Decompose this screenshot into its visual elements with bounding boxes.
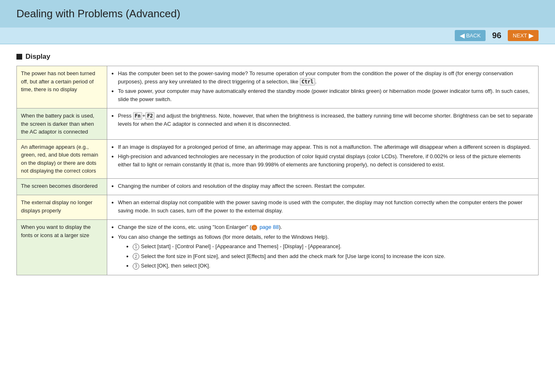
problem-cell: The power has not been turned off, but a… bbox=[17, 66, 107, 108]
content-area: Display The power has not been turned of… bbox=[0, 44, 555, 292]
table-row: An afterimage appears (e.g., green, red,… bbox=[17, 139, 539, 178]
list-item: High-precision and advanced technologies… bbox=[111, 152, 534, 168]
list-item: Change the size of the icons, etc. using… bbox=[111, 223, 534, 231]
table-row: The power has not been turned off, but a… bbox=[17, 66, 539, 108]
solution-cell: When an external display not compatible … bbox=[107, 195, 539, 220]
step-3-icon: 3 bbox=[133, 263, 139, 270]
problem-cell: The external display no longer displays … bbox=[17, 195, 107, 220]
list-item: When an external display not compatible … bbox=[111, 198, 534, 214]
table-row: When you want to display the fonts or ic… bbox=[17, 220, 539, 275]
problem-cell: When the battery pack is used, the scree… bbox=[17, 108, 107, 140]
list-item: Changing the number of colors and resolu… bbox=[111, 182, 534, 190]
arrow-left-icon: ◀ bbox=[460, 32, 465, 39]
solution-cell: Change the size of the icons, etc. using… bbox=[107, 220, 539, 275]
arrow-circle-icon: → bbox=[251, 225, 257, 231]
kbd-fn-f2: Fn bbox=[133, 112, 142, 120]
step-2-icon: 2 bbox=[133, 253, 139, 260]
arrow-right-icon: ▶ bbox=[529, 32, 534, 39]
sub-step-1: 1Select [start] - [Control Panel] - [App… bbox=[126, 242, 534, 251]
section-title: Display bbox=[25, 53, 50, 61]
solution-cell: Changing the number of colors and resolu… bbox=[107, 178, 539, 195]
solution-cell: If an image is displayed for a prolonged… bbox=[107, 139, 539, 178]
solution-cell: Has the computer been set to the power-s… bbox=[107, 66, 539, 108]
list-item: Has the computer been set to the power-s… bbox=[111, 69, 534, 85]
header-bar: Dealing with Problems (Advanced) bbox=[0, 0, 555, 28]
page-title: Dealing with Problems (Advanced) bbox=[16, 7, 539, 20]
problem-cell: The screen becomes disordered bbox=[17, 178, 107, 195]
kbd-ctrl: Ctrl bbox=[300, 78, 315, 85]
list-item: Press Fn+F2 and adjust the brightness. N… bbox=[111, 112, 534, 128]
solution-cell: Press Fn+F2 and adjust the brightness. N… bbox=[107, 108, 539, 140]
page-number: 96 bbox=[492, 31, 501, 40]
nav-bar: ◀ BACK 96 NEXT ▶ bbox=[0, 28, 555, 44]
step-1-icon: 1 bbox=[133, 244, 139, 250]
list-item: If an image is displayed for a prolonged… bbox=[111, 143, 534, 151]
back-button[interactable]: ◀ BACK bbox=[455, 30, 486, 41]
section-heading: Display bbox=[16, 53, 539, 61]
problems-table: The power has not been turned off, but a… bbox=[16, 66, 539, 275]
sub-step-2: 2Select the font size in [Font size], an… bbox=[126, 252, 534, 261]
table-row: The external display no longer displays … bbox=[17, 195, 539, 220]
page-88-link[interactable]: → page 88 bbox=[251, 224, 279, 230]
sub-steps-list: 1Select [start] - [Control Panel] - [App… bbox=[118, 242, 534, 270]
list-item: To save power, your computer may have au… bbox=[111, 87, 534, 103]
sub-step-3: 3Select [OK], then select [OK]. bbox=[126, 262, 534, 270]
table-row: When the battery pack is used, the scree… bbox=[17, 108, 539, 140]
list-item: You can also change the settings as foll… bbox=[111, 233, 534, 270]
kbd-f2: F2 bbox=[145, 112, 154, 120]
problem-cell: When you want to display the fonts or ic… bbox=[17, 220, 107, 275]
table-row: The screen becomes disordered Changing t… bbox=[17, 178, 539, 195]
problem-cell: An afterimage appears (e.g., green, red,… bbox=[17, 139, 107, 178]
section-square-icon bbox=[16, 54, 22, 60]
next-button[interactable]: NEXT ▶ bbox=[508, 30, 539, 41]
nav-area: ◀ BACK 96 NEXT ▶ bbox=[455, 30, 539, 41]
